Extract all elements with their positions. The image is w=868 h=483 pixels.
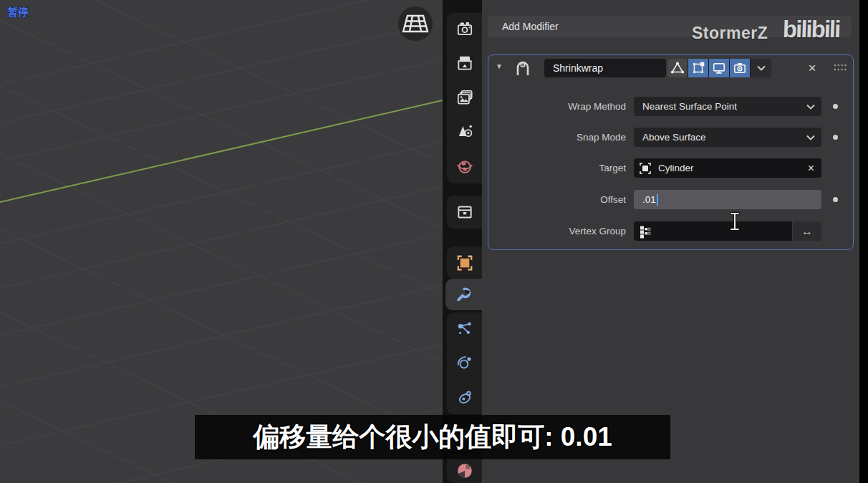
shrinkwrap-modifier-panel: ▼ Shrinkwrap × Wrap Method Nearest Surfa…: [488, 54, 854, 250]
modifier-properties-tab[interactable]: [445, 279, 482, 310]
modifier-name-field[interactable]: Shrinkwrap: [544, 59, 666, 77]
wrench-icon: [455, 285, 473, 304]
y-axis-line: [0, 100, 443, 202]
images-icon: [455, 88, 474, 107]
world-properties-tab[interactable]: [448, 151, 482, 183]
text-caret: [657, 194, 658, 206]
target-value: Cylinder: [658, 163, 694, 173]
physics-icon: [455, 354, 474, 373]
wrap-method-dropdown[interactable]: Nearest Surface Point: [634, 97, 821, 116]
particle-properties-tab[interactable]: [448, 313, 482, 345]
physics-properties-tab[interactable]: [448, 348, 482, 379]
use-in-render-toggle[interactable]: [730, 59, 751, 77]
grid-plane-icon: [400, 13, 430, 34]
snap-mode-value: Above Surface: [642, 132, 706, 143]
camera-icon: [455, 19, 474, 38]
viewport-display-icon: [712, 61, 726, 75]
bilibili-logo: bilibili: [782, 16, 840, 43]
viewport-floor-grid: [0, 0, 443, 483]
clear-target-button[interactable]: ×: [808, 162, 814, 175]
display-on-cage-toggle[interactable]: [667, 59, 688, 77]
subtitle-bar: 偏移量给个很小的值即可: 0.01: [195, 415, 670, 459]
channel-watermark: StormerZ: [692, 24, 768, 43]
material-icon: [455, 462, 474, 480]
target-label: Target: [488, 158, 626, 178]
invert-vertex-group-button[interactable]: ↔: [793, 221, 821, 241]
chevron-down-icon: [806, 102, 816, 111]
render-properties-tab[interactable]: [448, 13, 482, 44]
animate-dot[interactable]: [833, 135, 838, 140]
drag-handle-icon[interactable]: [832, 62, 848, 73]
vertex-group-icon: [637, 224, 653, 239]
scene-properties-tab[interactable]: [448, 116, 482, 148]
wrap-method-label: Wrap Method: [488, 97, 626, 116]
edit-mode-icon: [691, 61, 705, 75]
object-properties-tab[interactable]: [448, 247, 482, 279]
output-properties-tab[interactable]: [448, 47, 482, 79]
3d-viewport[interactable]: 暂停: [0, 0, 443, 483]
animate-dot[interactable]: [833, 197, 838, 202]
chevron-down-icon: [756, 64, 766, 72]
video-letterbox-bar: [859, 0, 868, 483]
shrinkwrap-icon: [513, 58, 533, 78]
properties-panel: Add Modifier StormerZ bilibili ▼ Shrinkw…: [482, 0, 859, 483]
animate-dot[interactable]: [833, 104, 838, 109]
on-cage-icon: [670, 61, 685, 75]
properties-tab-bar: [443, 0, 482, 483]
viewport-grid-gizmo-button[interactable]: [398, 6, 433, 41]
mouse-ibeam-cursor: [728, 211, 742, 232]
pause-indicator: 暂停: [7, 6, 29, 19]
chevron-down-icon: [806, 133, 816, 142]
particles-icon: [455, 320, 474, 338]
view-layer-properties-tab[interactable]: [448, 82, 482, 113]
vertex-group-field[interactable]: [634, 221, 792, 241]
world-icon: [455, 158, 474, 176]
panel-expand-arrow[interactable]: ▼: [496, 62, 503, 70]
constraint-properties-tab[interactable]: [448, 382, 482, 413]
vertex-group-label: Vertex Group: [488, 221, 626, 241]
offset-input[interactable]: .01: [634, 190, 821, 209]
constraints-icon: [455, 388, 474, 407]
printer-icon: [455, 54, 474, 72]
display-in-edit-mode-toggle[interactable]: [688, 59, 709, 77]
collection-icon: [455, 203, 474, 221]
offset-label: Offset: [488, 190, 626, 209]
scene-icon: [455, 123, 474, 141]
offset-value: .01: [642, 194, 656, 205]
subtitle-text: 偏移量给个很小的值即可: 0.01: [253, 419, 612, 455]
object-icon: [455, 254, 474, 272]
snap-mode-label: Snap Mode: [488, 128, 626, 147]
modifier-display-toggles: [667, 59, 771, 77]
render-display-icon: [733, 61, 747, 75]
modifier-extras-button[interactable]: [751, 59, 771, 77]
mesh-data-icon: [638, 161, 652, 176]
video-frame: 暂停 Add Modifier StormerZ bilibili ▼ Shri…: [0, 0, 868, 483]
snap-mode-dropdown[interactable]: Above Surface: [634, 128, 821, 147]
collection-properties-tab[interactable]: [448, 196, 482, 228]
wrap-method-value: Nearest Surface Point: [642, 101, 737, 112]
target-object-field[interactable]: Cylinder ×: [634, 158, 821, 178]
remove-modifier-button[interactable]: ×: [802, 59, 822, 77]
display-in-viewport-toggle[interactable]: [709, 59, 730, 77]
